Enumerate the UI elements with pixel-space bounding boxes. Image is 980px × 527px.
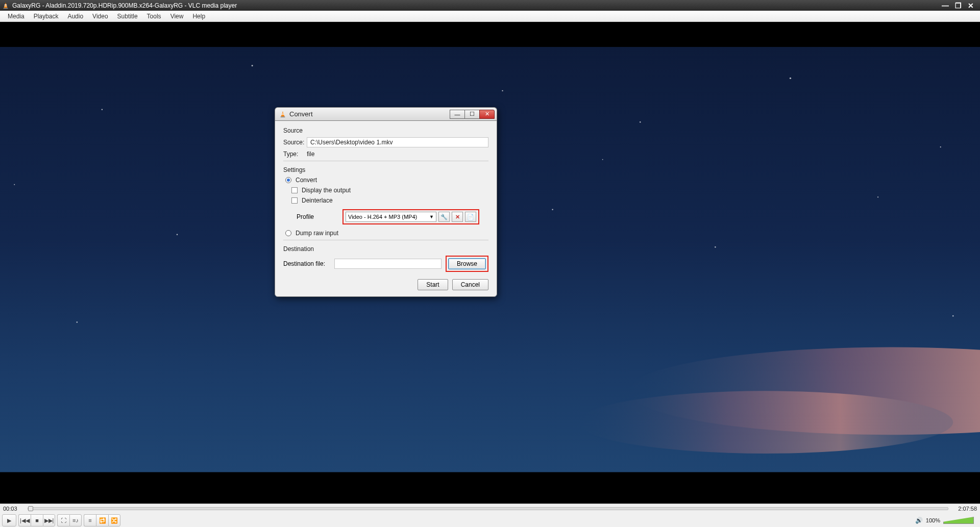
svg-point-19 [877,196,878,197]
mute-icon[interactable]: 🔊 [915,517,923,524]
svg-point-11 [640,121,641,122]
deinterlace-label: Deinterlace [302,197,333,204]
source-section-label: Source [283,127,488,134]
dialog-minimize-button[interactable]: — [450,110,465,119]
svg-point-15 [177,234,178,235]
time-elapsed: 00:03 [3,506,24,512]
chevron-down-icon: ▼ [429,214,434,219]
menu-playback[interactable]: Playback [29,13,63,20]
prev-button[interactable]: |◀◀ [18,514,31,526]
extended-settings-button[interactable]: ≡♪ [69,514,82,526]
svg-rect-4 [0,22,980,47]
menu-tools[interactable]: Tools [142,13,166,20]
svg-rect-33 [281,116,285,117]
type-label: Type: [283,150,307,158]
profile-label: Profile [297,213,337,220]
menu-view[interactable]: View [166,13,188,20]
deinterlace-checkbox[interactable] [291,197,298,204]
svg-rect-29 [0,472,980,504]
convert-radio[interactable] [285,177,291,183]
playlist-button[interactable]: ≡ [84,514,96,526]
menubar: Media Playback Audio Video Subtitle Tool… [0,11,980,22]
display-output-checkbox[interactable] [291,187,298,193]
fullscreen-button[interactable]: ⛶ [57,514,69,526]
menu-subtitle[interactable]: Subtitle [113,13,142,20]
source-label: Source: [283,139,307,146]
menu-help[interactable]: Help [188,13,210,20]
minimize-button[interactable]: — [942,2,949,10]
source-input[interactable] [307,137,488,147]
vlc-cone-icon [279,111,286,118]
destination-file-label: Destination file: [283,260,330,267]
menu-media[interactable]: Media [3,13,29,20]
playback-controls: 00:03 2:07:58 ▶ |◀◀ ■ ▶▶| ⛶ ≡♪ ≡ 🔁 🔀 🔊 1… [0,504,980,527]
menu-video[interactable]: Video [88,13,112,20]
shuffle-button[interactable]: 🔀 [108,514,120,526]
convert-radio-label: Convert [296,177,317,184]
svg-rect-2 [4,6,7,6]
menu-audio[interactable]: Audio [63,13,88,20]
svg-point-13 [940,146,941,147]
app-title: GalaxyRG - Aladdin.2019.720p.HDRip.900MB… [12,2,942,9]
svg-point-17 [552,209,553,210]
maximize-button[interactable]: ❐ [955,2,962,10]
app-titlebar: GalaxyRG - Aladdin.2019.720p.HDRip.900MB… [0,0,980,11]
svg-point-22 [77,321,78,322]
close-button[interactable]: ✕ [968,2,974,10]
volume-slider[interactable] [943,517,974,524]
svg-rect-31 [282,113,284,113]
svg-rect-1 [5,4,7,5]
svg-point-7 [102,109,103,110]
svg-point-23 [952,315,953,316]
dialog-title: Convert [289,110,450,118]
browse-highlight: Browse [446,256,488,272]
svg-rect-32 [281,114,284,115]
cancel-button[interactable]: Cancel [452,279,488,290]
seek-slider[interactable] [28,507,948,510]
svg-marker-0 [4,2,8,8]
dialog-titlebar[interactable]: Convert — ☐ ✕ [275,107,497,120]
settings-section-label: Settings [283,166,488,173]
profile-select-value: Video - H.264 + MP3 (MP4) [348,214,417,220]
svg-point-10 [502,90,503,91]
dialog-close-button[interactable]: ✕ [479,110,495,119]
type-value: file [307,150,314,158]
convert-dialog: Convert — ☐ ✕ Source Source: Type: file … [275,107,497,297]
svg-marker-30 [281,111,285,116]
svg-point-18 [715,246,716,247]
display-output-label: Display the output [302,187,351,194]
edit-profile-button[interactable]: 🔧 [438,212,450,222]
dump-raw-label: Dump raw input [296,230,338,237]
dump-raw-radio[interactable] [285,230,291,236]
stop-button[interactable]: ■ [31,514,43,526]
loop-button[interactable]: 🔁 [96,514,108,526]
svg-point-26 [602,159,603,160]
svg-point-12 [790,78,791,79]
delete-profile-button[interactable]: ✕ [452,212,463,222]
svg-point-8 [252,65,253,66]
start-button[interactable]: Start [418,279,448,290]
next-button[interactable]: ▶▶| [43,514,55,526]
destination-file-input[interactable] [334,259,442,269]
svg-point-28 [578,391,953,454]
profile-select[interactable]: Video - H.264 + MP3 (MP4) ▼ [346,212,436,222]
volume-label: 100% [926,517,940,523]
svg-point-14 [14,184,15,185]
vlc-cone-icon [2,2,9,9]
profile-highlight: Video - H.264 + MP3 (MP4) ▼ 🔧 ✕ 📄 [342,209,479,224]
new-profile-button[interactable]: 📄 [465,212,476,222]
dialog-maximize-button[interactable]: ☐ [464,110,480,119]
browse-button[interactable]: Browse [448,258,486,269]
play-button[interactable]: ▶ [2,514,16,526]
svg-rect-3 [4,8,8,9]
time-total: 2:07:58 [951,506,977,512]
destination-section-label: Destination [283,245,488,253]
